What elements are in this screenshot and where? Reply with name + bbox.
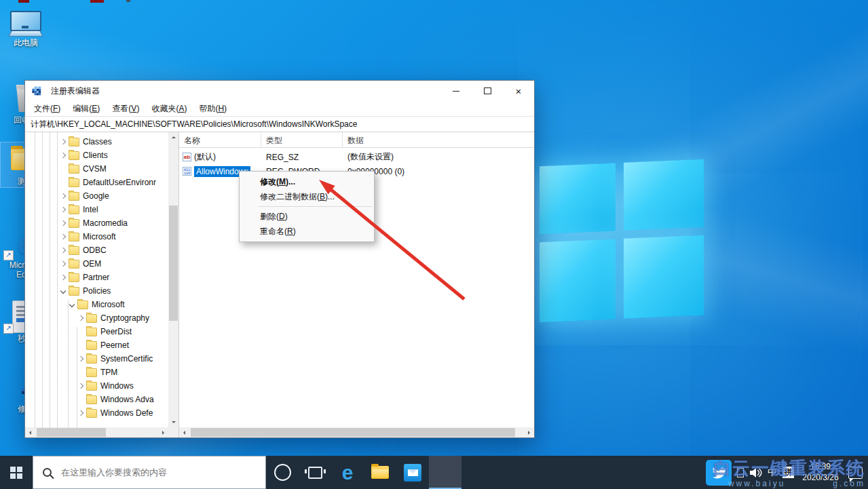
tree-item-classes[interactable]: Classes	[25, 135, 168, 149]
tree-horizontal-scrollbar[interactable]	[25, 427, 168, 437]
context-menu-item[interactable]: 修改(M)...	[240, 174, 374, 189]
tree-expander-icon[interactable]	[77, 357, 85, 361]
scroll-right-arrow[interactable]	[158, 427, 168, 437]
tree-item-cvsm[interactable]: CVSM	[25, 162, 168, 176]
tree-item-odbc[interactable]: ODBC	[25, 243, 168, 257]
tree-item-defaultuserenvironr[interactable]: DefaultUserEnvironr	[25, 176, 168, 189]
tree-item-cryptography[interactable]: Cryptography	[25, 311, 168, 325]
tree-expander-icon[interactable]	[68, 302, 76, 307]
folder-icon	[77, 300, 88, 309]
tree-item-intel[interactable]: Intel	[25, 203, 168, 216]
tree-item-partner[interactable]: Partner	[25, 271, 168, 284]
cortana-icon	[274, 464, 291, 481]
folder-icon	[86, 314, 97, 323]
tree-item-tpm[interactable]: TPM	[25, 366, 168, 379]
regedit-taskbar-button[interactable]	[429, 456, 461, 489]
mail-taskbar-button[interactable]	[396, 456, 429, 489]
clock-time: 16:39	[799, 462, 842, 473]
address-bar[interactable]: 计算机\HKEY_LOCAL_MACHINE\SOFTWARE\Policies…	[25, 116, 534, 132]
tree-expander-icon[interactable]	[77, 384, 85, 388]
context-menu-item[interactable]: 重命名(R)	[240, 224, 374, 239]
ime-language-indicator[interactable]: 中	[768, 467, 777, 479]
scrollbar-thumb[interactable]	[169, 206, 178, 321]
scroll-right-arrow[interactable]	[524, 427, 534, 437]
tree-vertical-scrollbar[interactable]	[168, 132, 178, 427]
column-header-data[interactable]: 数据	[343, 132, 534, 147]
tree-expander-icon[interactable]	[59, 221, 67, 225]
tree-expander-icon[interactable]	[77, 316, 85, 320]
tree-expander-icon[interactable]	[59, 153, 67, 157]
tree-item-windows-adva[interactable]: Windows Adva	[25, 393, 168, 406]
taskbar-clock[interactable]: 16:39 2020/3/26	[799, 462, 842, 483]
tree-expander-icon[interactable]	[59, 140, 67, 144]
tree-expander-icon[interactable]	[77, 370, 85, 374]
scroll-left-arrow[interactable]	[179, 427, 189, 437]
list-header: 名称 类型 数据	[179, 132, 534, 148]
menu-item[interactable]: 编辑(E)	[67, 102, 106, 116]
tree-expander-icon[interactable]	[59, 262, 67, 266]
tree-expander-icon[interactable]	[77, 397, 85, 402]
taskbar-search[interactable]	[33, 456, 266, 489]
action-center-icon[interactable]	[848, 467, 863, 479]
context-menu: 修改(M)...修改二进制数据(B)...删除(D)重命名(R)	[239, 171, 375, 242]
tree-item-macromedia[interactable]: Macromedia	[25, 216, 168, 230]
scrollbar-thumb[interactable]	[37, 428, 106, 437]
volume-icon[interactable]	[749, 467, 762, 478]
tray-app-icon[interactable]	[737, 468, 744, 477]
scroll-down-arrow[interactable]	[168, 417, 178, 427]
menu-item[interactable]: 收藏夹(A)	[145, 102, 193, 116]
tree-item-peerdist[interactable]: PeerDist	[25, 325, 168, 338]
scroll-up-arrow[interactable]	[168, 132, 178, 142]
file-explorer-taskbar-button[interactable]	[364, 456, 396, 489]
cortana-button[interactable]	[266, 456, 299, 489]
column-header-type[interactable]: 类型	[261, 132, 343, 147]
tree-expander-icon[interactable]	[77, 411, 85, 415]
tree-item-microsoft[interactable]: Microsoft	[25, 298, 168, 311]
tree-item-microsoft[interactable]: Microsoft	[25, 230, 168, 243]
tree-item-google[interactable]: Google	[25, 189, 168, 203]
edge-taskbar-button[interactable]: e	[331, 456, 364, 489]
tree-expander-icon[interactable]	[59, 275, 67, 279]
desktop-icon-this-pc[interactable]: 此电脑	[1, 4, 51, 49]
tree-expander-icon[interactable]	[77, 330, 85, 334]
tree-item-systemcertific[interactable]: SystemCertific	[25, 352, 168, 366]
search-input[interactable]	[60, 467, 265, 478]
close-button[interactable]: ×	[503, 81, 534, 101]
context-menu-item[interactable]: 删除(D)	[240, 209, 374, 224]
tree-expander-icon[interactable]	[77, 343, 85, 347]
context-menu-item[interactable]: 修改二进制数据(B)...	[240, 189, 374, 204]
start-button[interactable]	[0, 456, 33, 489]
tree-expander-icon[interactable]	[59, 235, 67, 239]
tree-expander-icon[interactable]	[59, 289, 67, 293]
scroll-left-arrow[interactable]	[25, 427, 35, 437]
tree-expander-icon[interactable]	[59, 194, 67, 198]
menu-item[interactable]: 查看(V)	[106, 102, 145, 116]
tree-expander-icon[interactable]	[59, 167, 67, 171]
tree-expander-icon[interactable]	[59, 208, 67, 212]
tree-item-windows[interactable]: Windows	[25, 379, 168, 393]
reg-sz-icon: ab	[183, 153, 191, 161]
list-horizontal-scrollbar[interactable]	[179, 427, 534, 437]
scrollbar-thumb[interactable]	[191, 428, 515, 437]
tree-expander-icon[interactable]	[59, 180, 67, 184]
tree-item-peernet[interactable]: Peernet	[25, 338, 168, 352]
menu-item[interactable]: 帮助(H)	[193, 102, 233, 116]
column-header-name[interactable]: 名称	[179, 132, 261, 147]
windows-logo-pane	[624, 235, 704, 319]
tree-item-oem[interactable]: OEM	[25, 257, 168, 271]
maximize-button[interactable]	[472, 81, 503, 101]
twitter-taskbar-button[interactable]	[706, 460, 732, 486]
tree-item-windows-defe[interactable]: Windows Defe	[25, 406, 168, 420]
ime-pinyin-indicator[interactable]: 拼	[782, 467, 794, 478]
minimize-icon	[453, 91, 459, 92]
task-view-button[interactable]	[299, 456, 331, 489]
value-row[interactable]: ab(默认) REG_SZ (数值未设置)	[179, 150, 534, 164]
tree-item-clients[interactable]: Clients	[25, 149, 168, 162]
tree-expander-icon[interactable]	[59, 248, 67, 252]
tree-item-policies[interactable]: Policies	[25, 284, 168, 298]
reg-dword-icon: 011110	[183, 167, 191, 176]
menu-item[interactable]: 文件(F)	[28, 102, 67, 116]
title-bar[interactable]: 注册表编辑器 ×	[25, 81, 534, 101]
minimize-button[interactable]	[440, 81, 472, 101]
screen-edge-artifact	[126, 0, 130, 2]
